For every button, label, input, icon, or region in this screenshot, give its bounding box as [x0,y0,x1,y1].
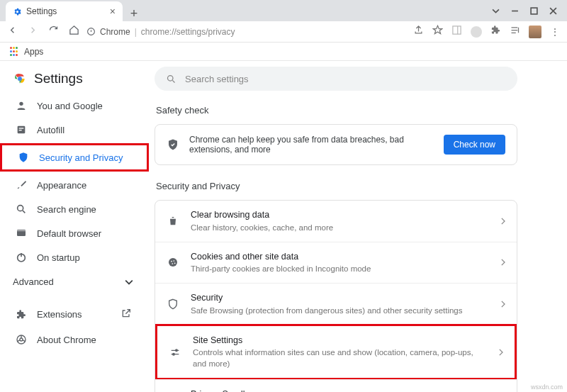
forward-icon [28,25,38,38]
profile-badge[interactable] [471,26,482,38]
readlist-icon[interactable] [510,25,520,38]
svg-rect-12 [17,230,26,232]
apps-icon[interactable] [10,47,20,57]
page-title: Settings [34,71,83,86]
watermark: wsxdn.com [531,383,563,391]
home-icon[interactable] [69,25,79,38]
safety-check-card: Chrome can help keep you safe from data … [155,124,517,165]
new-tab-button[interactable]: + [125,6,142,21]
sidebar-item-you-and-google[interactable]: You and Google [0,94,142,118]
svg-point-16 [168,75,174,81]
svg-point-18 [171,261,172,262]
open-new-icon [120,308,132,321]
row-site-settings[interactable]: Site SettingsControls what information s… [157,326,515,379]
advanced-label: Advanced [13,276,54,287]
chevron-down-icon [125,278,133,286]
reload-icon[interactable] [48,25,59,38]
url-scheme: Chrome [100,27,130,37]
back-icon[interactable] [7,25,18,38]
site-info-icon[interactable] [86,27,96,36]
extensions-icon[interactable] [490,25,501,38]
avatar[interactable] [529,26,541,38]
svg-point-10 [18,206,23,211]
titlebar: Settings × + [0,0,567,21]
autofill-icon [16,124,27,135]
svg-rect-8 [19,128,24,128]
chrome-logo-icon [13,72,27,86]
close-tab-icon[interactable]: × [110,6,116,17]
sidebar-item-label: You and Google [37,101,103,111]
star-icon[interactable] [432,25,443,38]
sidebar-item-extensions[interactable]: Extensions [0,301,142,327]
sidebar-item-autofill[interactable]: Autofill [0,118,142,142]
svg-point-20 [172,264,173,265]
trash-icon [167,215,179,227]
menu-icon[interactable]: ⋮ [550,27,560,37]
svg-rect-0 [531,8,537,14]
chevron-down-icon[interactable] [492,6,500,17]
svg-point-19 [173,261,174,262]
row-title: Cookies and other site data [191,251,489,264]
sidebar-item-appearance[interactable]: Appearance [0,173,142,197]
omnibox[interactable]: Chrome | chrome://settings/privacy [86,27,406,37]
minimize-icon[interactable] [511,6,519,17]
svg-point-17 [169,258,177,267]
gear-icon [13,7,22,16]
svg-point-6 [19,102,23,106]
window-controls [492,6,567,21]
search-icon [16,203,27,215]
puzzle-icon [16,309,27,320]
sidepanel-icon[interactable] [451,25,462,38]
svg-point-21 [174,263,176,264]
sidebar-item-label: Default browser [37,228,101,239]
sidebar-item-on-startup[interactable]: On startup [0,245,142,269]
row-subtitle: Safe Browsing (protection from dangerous… [191,305,489,316]
sidebar-item-default-browser[interactable]: Default browser [0,221,142,245]
url-text: chrome://settings/privacy [141,27,235,37]
row-title: Site Settings [193,335,487,347]
svg-point-23 [173,353,175,355]
row-title: Security [191,292,489,305]
sidebar-item-security-privacy[interactable]: Security and Privacy [2,145,140,169]
row-cookies[interactable]: Cookies and other site dataThird-party c… [155,242,517,284]
svg-rect-2 [453,26,461,34]
chevron-right-icon [500,215,505,228]
row-clear-browsing-data[interactable]: Clear browsing dataClear history, cookie… [155,201,517,242]
sidebar-item-label: On startup [37,252,80,263]
sidebar-item-search-engine[interactable]: Search engine [0,197,142,221]
row-privacy-sandbox[interactable]: Privacy SandboxTrial features are on [155,379,517,392]
row-subtitle: Clear history, cookies, cache, and more [191,222,489,233]
share-icon[interactable] [413,25,424,38]
brush-icon [16,179,27,191]
row-title: Clear browsing data [191,209,489,222]
row-subtitle: Third-party cookies are blocked in Incog… [191,263,489,274]
row-subtitle: Controls what information sites can use … [193,347,487,369]
privacy-card: Clear browsing dataClear history, cookie… [155,200,517,392]
svg-point-22 [176,349,178,352]
search-input[interactable]: Search settings [155,67,517,91]
sidebar-advanced[interactable]: Advanced [0,269,149,294]
apps-label[interactable]: Apps [24,47,43,57]
main: Search settings Safety check Chrome can … [149,61,567,392]
bookmarks-bar: Apps [0,43,567,61]
person-icon [16,100,27,111]
sidebar-item-label: Autofill [37,125,64,135]
row-security[interactable]: SecuritySafe Browsing (protection from d… [155,283,517,325]
shield-icon [18,152,29,163]
urlbar: Chrome | chrome://settings/privacy ⋮ [0,21,567,43]
row-title: Privacy Sandbox [191,388,485,392]
browser-tab[interactable]: Settings × [6,1,123,21]
tab-title: Settings [26,6,57,16]
sidebar-item-label: Appearance [37,180,86,191]
close-icon[interactable] [549,6,557,17]
maximize-icon[interactable] [530,6,538,17]
sliders-icon [169,347,181,358]
search-placeholder: Search settings [185,74,249,84]
chevron-right-icon [498,346,503,359]
power-icon [16,252,27,263]
shield-icon [167,298,179,310]
sidebar-item-label: Security and Privacy [39,152,123,163]
sidebar-item-label: Extensions [37,309,82,320]
sidebar-item-about[interactable]: About Chrome [0,327,142,352]
check-now-button[interactable]: Check now [444,135,505,155]
